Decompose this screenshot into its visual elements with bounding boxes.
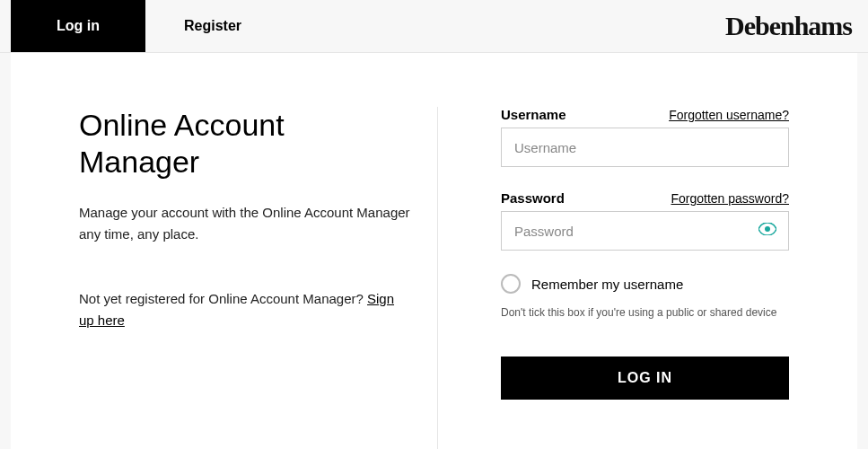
password-input[interactable] (501, 211, 789, 251)
password-label: Password (501, 190, 565, 206)
main-panel: Online Account Manager Manage your accou… (11, 53, 857, 449)
tab-register[interactable]: Register (145, 0, 280, 52)
remember-label: Remember my username (531, 277, 683, 292)
show-password-icon[interactable] (758, 223, 776, 239)
username-label-row: Username Forgotten username? (501, 107, 789, 122)
tab-login[interactable]: Log in (11, 0, 145, 52)
remember-row: Remember my username (501, 274, 789, 294)
password-label-row: Password Forgotten password? (501, 190, 789, 206)
page-title: Online Account Manager (79, 107, 410, 180)
top-bar: Log in Register Debenhams (0, 0, 868, 53)
login-form: Username Forgotten username? Password Fo… (438, 107, 789, 449)
svg-point-0 (765, 226, 770, 232)
username-input-wrap (501, 128, 789, 167)
username-input[interactable] (501, 128, 789, 167)
left-column: Online Account Manager Manage your accou… (79, 107, 438, 449)
password-input-wrap (501, 211, 789, 251)
forgot-password-link[interactable]: Forgotten password? (671, 191, 789, 206)
auth-tabs: Log in Register (11, 0, 280, 52)
login-button[interactable]: LOG IN (501, 357, 789, 400)
signup-prompt: Not yet registered for Online Account Ma… (79, 288, 410, 331)
username-label: Username (501, 107, 566, 122)
remember-checkbox[interactable] (501, 274, 521, 294)
intro-text: Manage your account with the Online Acco… (79, 202, 410, 245)
signup-prefix: Not yet registered for Online Account Ma… (79, 291, 367, 306)
brand-logo: Debenhams (725, 11, 852, 41)
remember-hint: Don't tick this box if you're using a pu… (501, 306, 789, 319)
forgot-username-link[interactable]: Forgotten username? (669, 108, 789, 122)
